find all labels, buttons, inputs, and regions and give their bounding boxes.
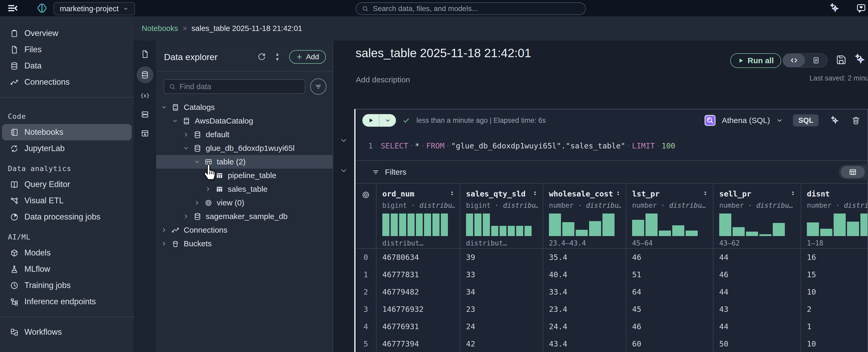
table-cell[interactable]: 34 xyxy=(460,283,543,300)
tree-item-awsdatacatalog[interactable]: AwsDataCatalog xyxy=(156,114,333,128)
output-collapse-chevron[interactable] xyxy=(340,166,348,175)
table-cell[interactable]: 1 xyxy=(801,318,867,335)
tree-item-buckets[interactable]: Buckets xyxy=(156,237,333,251)
row-selector-header[interactable] xyxy=(355,183,376,249)
refresh-icon[interactable] xyxy=(257,53,266,61)
save-icon[interactable] xyxy=(836,54,847,65)
tree-item-default[interactable]: default xyxy=(156,128,333,141)
table-cell[interactable]: 45 xyxy=(626,300,713,318)
table-cell[interactable]: 46777831 xyxy=(376,266,460,283)
feedback-button[interactable] xyxy=(856,3,866,13)
table-cell[interactable]: 46 xyxy=(626,249,713,266)
sidebar-item-connections[interactable]: Connections xyxy=(2,74,132,90)
tree-item-view-0-[interactable]: view (0) xyxy=(156,196,333,210)
code-view-segment[interactable] xyxy=(783,54,805,67)
code-editor-line[interactable]: 1 SELECT·*·FROM·"glue_db_6doxdp1wuyi65l"… xyxy=(355,131,867,160)
table-cell[interactable]: 51 xyxy=(626,266,713,283)
column-header-sell_pr[interactable]: sell_prnumber · distribu…43–62 xyxy=(713,183,801,249)
chevron-down-icon[interactable] xyxy=(183,145,189,151)
project-selector[interactable]: marketing-project xyxy=(54,2,135,15)
find-data-input[interactable]: Find data xyxy=(163,79,305,94)
rail-server-stack-button[interactable] xyxy=(137,108,154,121)
rail-database-button[interactable] xyxy=(137,66,154,83)
document-view-segment[interactable] xyxy=(805,54,827,67)
table-cell[interactable]: 23.4 xyxy=(543,300,626,318)
sidebar-item-files[interactable]: Files xyxy=(2,41,132,58)
table-cell[interactable]: 46779482 xyxy=(376,283,460,300)
add-data-button[interactable]: Add xyxy=(289,50,326,64)
column-header-lst_pr[interactable]: lst_prnumber · distribu…45–64 xyxy=(626,183,713,249)
table-cell[interactable]: 15 xyxy=(801,266,867,283)
chevron-down-icon[interactable] xyxy=(776,117,783,124)
sidebar-item-jupyterlab[interactable]: JupyterLab xyxy=(2,140,132,157)
tree-item-sales-table[interactable]: sales_table xyxy=(156,182,333,196)
table-cell[interactable]: 2 xyxy=(801,300,867,318)
tree-filter-button[interactable] xyxy=(310,78,327,95)
table-cell[interactable]: 42 xyxy=(460,335,543,352)
tree-item-catalogs[interactable]: Catalogs xyxy=(156,100,333,114)
table-cell[interactable]: 64 xyxy=(626,283,713,300)
add-description[interactable]: Add description xyxy=(356,75,410,84)
column-header-disnt[interactable]: disntnumber · distribu…1–18 xyxy=(801,183,867,249)
chevron-right-icon[interactable] xyxy=(161,241,167,247)
table-view-segment[interactable] xyxy=(841,166,865,178)
sidebar-item-models[interactable]: Models xyxy=(2,245,132,261)
table-cell[interactable]: 43 xyxy=(713,300,801,318)
chevron-down-icon[interactable] xyxy=(161,104,167,110)
tree-item-pipeline-table[interactable]: pipeline_table xyxy=(156,169,333,182)
table-cell[interactable]: 46780634 xyxy=(376,249,460,266)
table-cell[interactable]: 16 xyxy=(801,249,867,266)
sort-icon[interactable] xyxy=(449,190,455,197)
sort-icon[interactable] xyxy=(615,190,621,197)
sidebar-item-data-processing-jobs[interactable]: Data processing jobs xyxy=(2,209,132,225)
column-header-wholesale_cost[interactable]: wholesale_costnumber · distribu…23.4–43.… xyxy=(543,183,626,249)
table-cell[interactable]: 33.4 xyxy=(543,283,626,300)
table-cell[interactable]: 10 xyxy=(801,335,867,352)
cell-collapse-chevron[interactable] xyxy=(340,136,348,145)
table-cell[interactable]: 44 xyxy=(713,283,801,300)
sidebar-item-query-editor[interactable]: Query Editor xyxy=(2,176,132,193)
sort-icon[interactable] xyxy=(790,190,796,197)
table-cell[interactable]: 40.4 xyxy=(543,266,626,283)
ai-sparkle-button[interactable] xyxy=(854,53,867,66)
sidebar-item-mlflow[interactable]: MLflow xyxy=(2,261,132,277)
sort-icon[interactable] xyxy=(703,190,708,197)
rail-braces-x-button[interactable]: {x} xyxy=(137,89,154,102)
sidebar-item-visual-etl[interactable]: Visual ETL xyxy=(2,193,132,209)
cell-ai-sparkle-button[interactable] xyxy=(830,115,840,126)
sidebar-item-notebooks[interactable]: Notebooks xyxy=(2,124,132,140)
run-cell-button[interactable] xyxy=(362,114,396,127)
table-cell[interactable]: 35.4 xyxy=(543,249,626,266)
table-cell[interactable]: 44 xyxy=(713,318,801,335)
table-cell[interactable]: 33 xyxy=(460,266,543,283)
chevron-right-icon[interactable] xyxy=(194,200,200,206)
rail-file-button[interactable] xyxy=(137,47,154,61)
table-cell[interactable]: 44 xyxy=(713,249,801,266)
sidebar-collapse-button[interactable] xyxy=(7,3,19,13)
table-cell[interactable]: 23 xyxy=(460,300,543,318)
breadcrumb-notebooks-link[interactable]: Notebooks xyxy=(142,24,178,33)
global-search-input[interactable]: Search data, files, and models... xyxy=(355,2,586,15)
chevron-right-icon[interactable] xyxy=(183,131,189,138)
run-cell-play[interactable] xyxy=(362,114,379,127)
sidebar-item-workflows[interactable]: Workflows xyxy=(2,324,132,340)
table-cell[interactable]: 24 xyxy=(460,318,543,335)
table-cell[interactable]: 24.4 xyxy=(543,318,626,335)
table-cell[interactable]: 43.4 xyxy=(543,335,626,352)
tree-item-glue-db-6doxdp1wuyi65l[interactable]: glue_db_6doxdp1wuyi65l xyxy=(156,141,333,155)
sort-icon[interactable] xyxy=(532,190,538,197)
table-cell[interactable]: 46 xyxy=(713,266,801,283)
chevron-right-icon[interactable] xyxy=(161,227,167,233)
code-doc-view-toggle[interactable] xyxy=(782,53,828,67)
delete-cell-trash-icon[interactable] xyxy=(851,116,861,125)
run-all-button[interactable]: Run all xyxy=(730,53,781,68)
chevron-right-icon[interactable] xyxy=(183,213,189,220)
filters-label[interactable]: Filters xyxy=(385,168,406,177)
chevron-down-icon[interactable] xyxy=(194,159,200,165)
sidebar-item-overview[interactable]: Overview xyxy=(2,25,132,41)
kernel-selector-label[interactable]: Athena (SQL) xyxy=(722,116,770,125)
column-header-ord_num[interactable]: ord_numbigint · distribu…distribut… xyxy=(376,183,460,249)
table-cell[interactable]: 146776932 xyxy=(376,300,460,318)
table-cell[interactable]: 46 xyxy=(626,318,713,335)
sidebar-item-training-jobs[interactable]: Training jobs xyxy=(2,277,132,293)
